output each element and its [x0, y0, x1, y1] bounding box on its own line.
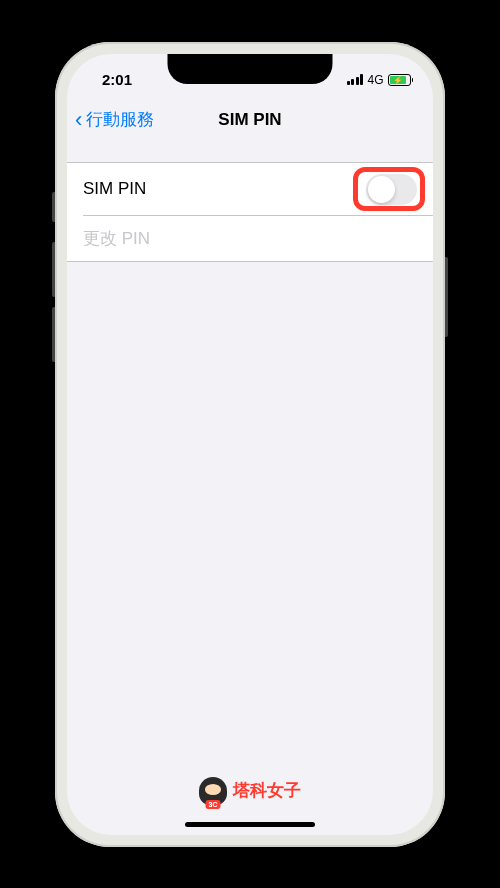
sim-pin-label: SIM PIN — [83, 179, 146, 199]
mute-switch — [52, 192, 55, 222]
settings-group: SIM PIN 更改 PIN — [67, 162, 433, 262]
content: SIM PIN 更改 PIN — [67, 142, 433, 262]
change-pin-label: 更改 PIN — [83, 227, 150, 250]
change-pin-row[interactable]: 更改 PIN — [67, 216, 433, 261]
sim-pin-toggle[interactable] — [366, 174, 417, 205]
phone-frame: 2:01 4G ⚡ — [55, 42, 445, 847]
watermark-avatar-icon: 3C — [199, 777, 227, 805]
volume-up-button — [52, 242, 55, 297]
sim-pin-row: SIM PIN — [67, 163, 433, 216]
back-button[interactable]: ‹ 行動服務 — [75, 108, 154, 131]
toggle-knob — [368, 176, 395, 203]
watermark-text: 塔科女子 — [233, 779, 301, 802]
screen: 2:01 4G ⚡ — [67, 54, 433, 835]
watermark: 3C 塔科女子 — [199, 777, 301, 805]
back-label: 行動服務 — [86, 108, 154, 131]
network-type: 4G — [367, 73, 383, 87]
notch — [168, 54, 333, 84]
watermark-badge: 3C — [206, 800, 221, 809]
status-time: 2:01 — [102, 71, 132, 88]
volume-down-button — [52, 307, 55, 362]
page-title: SIM PIN — [218, 110, 281, 130]
navigation-bar: ‹ 行動服務 SIM PIN — [67, 98, 433, 142]
status-indicators: 4G ⚡ — [347, 73, 413, 87]
power-button — [445, 257, 448, 337]
signal-icon — [347, 74, 364, 85]
home-indicator[interactable] — [185, 822, 315, 827]
chevron-left-icon: ‹ — [75, 109, 82, 131]
battery-icon: ⚡ — [388, 74, 414, 86]
